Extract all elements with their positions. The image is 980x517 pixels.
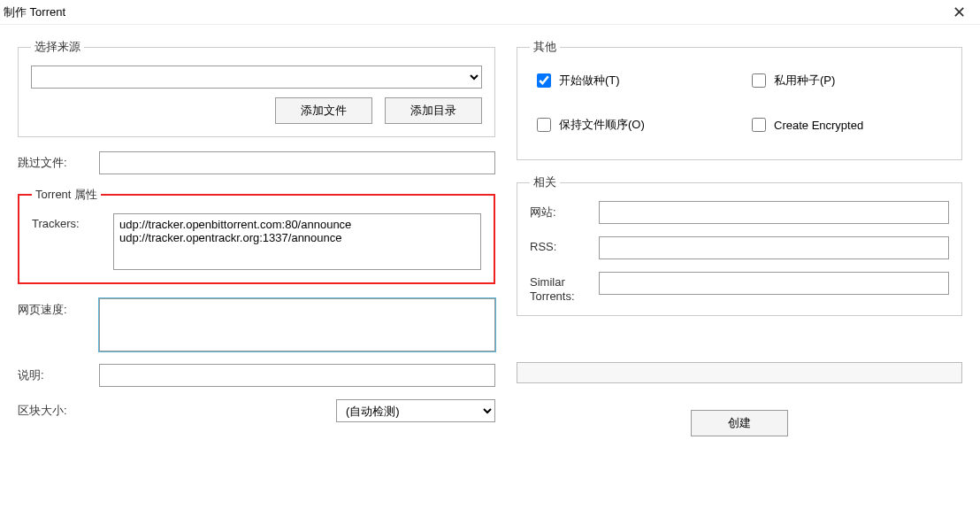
other-legend: 其他: [530, 39, 560, 55]
skip-files-label: 跳过文件:: [18, 151, 90, 171]
similar-torrents-input[interactable]: [599, 272, 949, 295]
description-input[interactable]: [99, 364, 495, 387]
other-group: 其他 开始做种(T) 私用种子(P) 保持文件顺序(O) Create Encr…: [517, 39, 962, 160]
preserve-order-checkbox-row[interactable]: 保持文件顺序(O): [533, 115, 731, 135]
source-legend: 选择来源: [31, 39, 84, 55]
torrent-properties-legend: Torrent 属性: [32, 187, 101, 203]
rss-input[interactable]: [599, 236, 949, 259]
preserve-order-checkbox[interactable]: [537, 118, 551, 132]
preserve-order-label: 保持文件顺序(O): [559, 117, 645, 133]
website-label: 网站:: [530, 201, 590, 220]
start-seeding-checkbox[interactable]: [537, 73, 551, 88]
rss-label: RSS:: [530, 236, 590, 253]
add-directory-button[interactable]: 添加目录: [385, 97, 482, 124]
related-group: 相关 网站: RSS: Similar Torrents:: [517, 174, 962, 316]
private-label: 私用种子(P): [774, 73, 835, 89]
source-group: 选择来源 添加文件 添加目录: [18, 39, 495, 137]
similar-torrents-label: Similar Torrents:: [530, 272, 590, 303]
start-seeding-checkbox-row[interactable]: 开始做种(T): [533, 71, 731, 90]
create-encrypted-label: Create Encrypted: [774, 119, 863, 132]
create-encrypted-checkbox-row[interactable]: Create Encrypted: [748, 115, 946, 135]
source-select[interactable]: [31, 66, 482, 89]
private-checkbox[interactable]: [752, 73, 766, 88]
window-title: 制作 Torrent: [4, 4, 65, 20]
blocksize-select[interactable]: (自动检测): [336, 399, 495, 422]
blocksize-label: 区块大小:: [18, 399, 90, 419]
create-button[interactable]: 创建: [691, 410, 788, 436]
skip-files-input[interactable]: [99, 151, 495, 174]
webspeed-label: 网页速度:: [18, 298, 90, 318]
create-encrypted-checkbox[interactable]: [752, 118, 766, 132]
trackers-textarea[interactable]: [113, 213, 481, 270]
torrent-properties-group: Torrent 属性 Trackers:: [18, 187, 495, 284]
private-checkbox-row[interactable]: 私用种子(P): [748, 71, 946, 90]
trackers-label: Trackers:: [32, 213, 104, 230]
website-input[interactable]: [599, 201, 949, 224]
progress-bar: [517, 362, 962, 383]
description-label: 说明:: [18, 364, 90, 383]
related-legend: 相关: [530, 174, 560, 190]
add-file-button[interactable]: 添加文件: [275, 97, 372, 124]
start-seeding-label: 开始做种(T): [559, 73, 620, 89]
webspeed-textarea[interactable]: [99, 298, 495, 351]
close-icon[interactable]: ✕: [946, 3, 973, 22]
